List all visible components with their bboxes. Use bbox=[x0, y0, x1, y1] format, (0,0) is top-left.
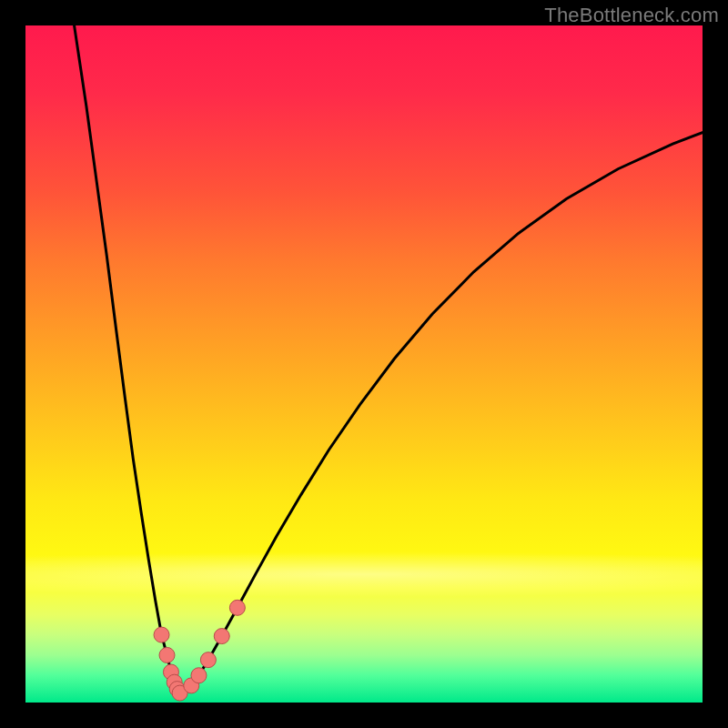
chart-frame: TheBottleneck.com bbox=[0, 0, 728, 728]
data-marker bbox=[154, 627, 169, 642]
data-marker bbox=[214, 629, 229, 644]
plot-area bbox=[25, 25, 703, 703]
watermark-text: TheBottleneck.com bbox=[544, 4, 719, 27]
marker-layer bbox=[25, 25, 703, 703]
data-marker bbox=[191, 668, 207, 683]
data-marker bbox=[229, 600, 245, 615]
data-marker bbox=[159, 647, 175, 662]
data-marker bbox=[200, 652, 216, 668]
